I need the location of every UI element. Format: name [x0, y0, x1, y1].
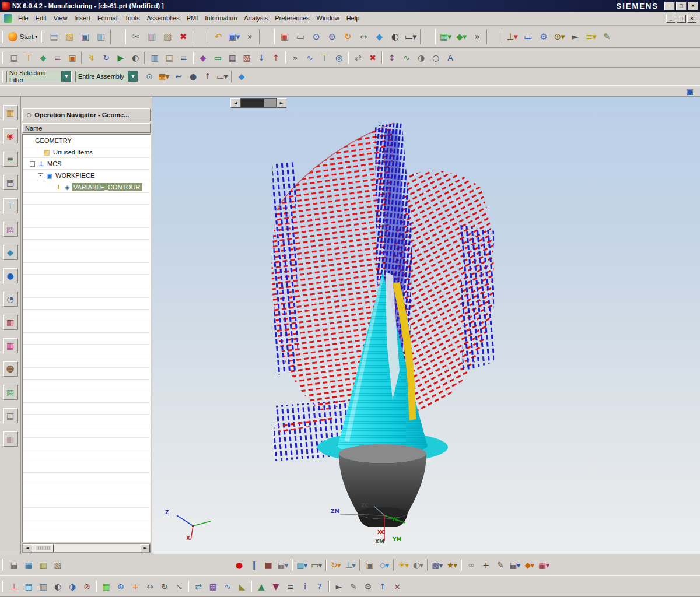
boundary-icon[interactable]: ▭ [210, 51, 225, 65]
child-restore-button[interactable]: □ [677, 15, 686, 23]
tree-row[interactable]: - ▣ WORKPIECE [23, 170, 150, 181]
reuse-library-icon[interactable]: ▨ [3, 222, 18, 237]
background-icon[interactable]: ▩▾ [430, 558, 444, 571]
pattern-icon[interactable]: ▩ [205, 580, 220, 593]
toolbar-handle[interactable] [2, 581, 4, 592]
drag-icon[interactable]: ↘ [172, 580, 186, 593]
delete-operation-icon[interactable]: ✖ [365, 51, 380, 65]
max-icon[interactable]: ▲ [254, 580, 268, 593]
tilt-tool-axis-icon[interactable]: ↕ [384, 51, 399, 65]
create-tool-icon[interactable]: ⊤ [21, 51, 36, 65]
web-browser-icon[interactable]: ● [3, 268, 18, 283]
effects-icon[interactable]: ★▾ [444, 558, 459, 571]
toolbar-handle[interactable] [2, 52, 4, 64]
notes-icon[interactable]: ▥ [3, 431, 18, 447]
print-icon[interactable]: ▥ [93, 29, 108, 44]
undo-icon[interactable]: ↶ [210, 29, 226, 44]
clip-icon[interactable]: ▣ [685, 86, 695, 96]
point-icon[interactable]: ⊕▾ [551, 29, 567, 44]
menu-item[interactable]: PMI [183, 12, 202, 25]
layer-settings-icon[interactable]: ▤ [21, 580, 36, 593]
create-method-icon[interactable]: ≡ [50, 51, 65, 65]
tool-display-icon[interactable]: ⊤ [317, 51, 331, 65]
drive-method-icon[interactable]: ▧ [239, 51, 254, 65]
stack-icon[interactable]: ▤▾ [508, 558, 522, 571]
list-icon[interactable]: ≡ [283, 580, 298, 593]
mill-area-icon[interactable]: ▦ [225, 51, 239, 65]
start-menu-button[interactable]: Start ▾ [6, 29, 41, 44]
create-operation-icon[interactable]: ▣ [65, 51, 79, 65]
datum-plane-icon[interactable]: ▭ [520, 29, 536, 44]
record-movie-icon[interactable]: ● [232, 558, 246, 571]
fit-view-icon[interactable]: ▣ [276, 29, 292, 44]
hd3d-tools-icon[interactable]: ◆ [3, 245, 18, 260]
generate-toolpath-icon[interactable]: ↯ [84, 51, 99, 65]
scroll-thumb[interactable] [241, 99, 264, 107]
selection-grid-icon[interactable]: ▦▾ [156, 70, 171, 83]
scroll-track[interactable] [240, 98, 276, 108]
view-tool-4-icon[interactable]: ▧ [50, 558, 65, 571]
info-icon[interactable]: i [298, 580, 312, 593]
sketch-icon[interactable]: ✎ [598, 29, 614, 44]
close-toolbar-icon[interactable]: × [390, 580, 404, 593]
process-studio-icon[interactable]: ▥ [3, 315, 18, 330]
tree-row[interactable]: GEOMETRY [23, 135, 150, 146]
scroll-left-icon[interactable]: ◄ [230, 98, 240, 108]
assembly-cube-icon[interactable]: ◆ [234, 70, 249, 83]
child-close-button[interactable]: × [687, 15, 696, 23]
perspective-toggle-icon[interactable]: ◇▾ [377, 558, 391, 571]
chevron-down-icon[interactable]: ▼ [128, 71, 138, 82]
zoom-icon[interactable]: ⊙ [308, 29, 324, 44]
create-geometry-icon[interactable]: ◆ [36, 51, 50, 65]
wcs-display-icon[interactable]: ⊥ [6, 580, 21, 593]
menu-item[interactable]: Window [313, 12, 343, 25]
menu-item[interactable]: Edit [32, 12, 50, 25]
postprocess-icon[interactable]: ▥ [147, 51, 162, 65]
chamfer-icon[interactable]: ◣ [235, 580, 249, 593]
dynamic-rotate-icon[interactable]: ↻▾ [328, 558, 343, 571]
minimize-button[interactable]: _ [664, 2, 675, 10]
layer-visible-icon[interactable]: ▥ [36, 580, 50, 593]
toolbar-handle[interactable] [2, 31, 4, 43]
link-icon[interactable]: ∞ [464, 558, 478, 571]
part-navigator-icon[interactable]: ≡ [3, 152, 18, 167]
annotation-icon[interactable]: A [443, 51, 457, 65]
verify-toolpath-icon[interactable]: ▶ [113, 51, 128, 65]
list-toolpath-icon[interactable]: ≡ [176, 51, 191, 65]
balance-icon[interactable]: ◑ [414, 51, 428, 65]
plus-icon[interactable]: + [128, 580, 142, 593]
orient-view-icon[interactable]: ▦▾ [438, 29, 453, 44]
zoom-box-icon[interactable]: ▭ [292, 29, 308, 44]
menu-item[interactable]: Help [343, 12, 363, 25]
min-icon[interactable]: ▼ [268, 580, 283, 593]
toolbar-handle[interactable] [2, 71, 4, 82]
pan-icon[interactable]: ↔ [355, 29, 371, 44]
lighting-icon[interactable]: ☀▾ [396, 558, 411, 571]
view-tool-3-icon[interactable]: ▥ [36, 558, 50, 571]
graphics-viewport[interactable]: ◄ ► Z X ZM ZC YC XC XM YM [152, 97, 700, 554]
snap-point-icon[interactable]: ⊙ [142, 70, 156, 83]
tree-row[interactable]: ! ◈ VARIABLE_CONTOUR [23, 181, 150, 193]
object-display-icon[interactable]: ◐ [50, 580, 65, 593]
annotate-icon[interactable]: ✎ [493, 558, 508, 571]
blend-icon[interactable]: ∿ [220, 580, 235, 593]
scroll-left-icon[interactable]: ◄ [23, 544, 32, 552]
menu-item[interactable]: File [15, 12, 32, 25]
overflow-icon[interactable]: » [469, 29, 485, 44]
projection-vector-icon[interactable]: ↓ [254, 51, 268, 65]
point-constructor-icon[interactable]: ⊕ [113, 580, 128, 593]
roles-icon[interactable]: ☻ [3, 361, 18, 377]
face-style-icon[interactable]: ▭▾ [402, 29, 418, 44]
feeds-speeds-icon[interactable]: ◎ [331, 51, 346, 65]
tree-row[interactable]: ▨ Unused Items [23, 146, 150, 158]
rotate-object-icon[interactable]: ↻ [157, 580, 172, 593]
transform-icon[interactable]: ⇄ [351, 51, 365, 65]
snapshot-icon[interactable]: ▣ [362, 558, 377, 571]
scroll-thumb[interactable] [33, 544, 54, 552]
navigator-column-header[interactable]: Name [22, 123, 150, 133]
show-hide-icon[interactable]: ◑ [65, 580, 79, 593]
navigator-pin-icon[interactable]: ⊙ [26, 111, 32, 119]
menu-item[interactable]: Information [201, 12, 240, 25]
shaded-view-icon[interactable]: ◐ [387, 29, 402, 44]
menu-item[interactable]: Tools [121, 12, 144, 25]
